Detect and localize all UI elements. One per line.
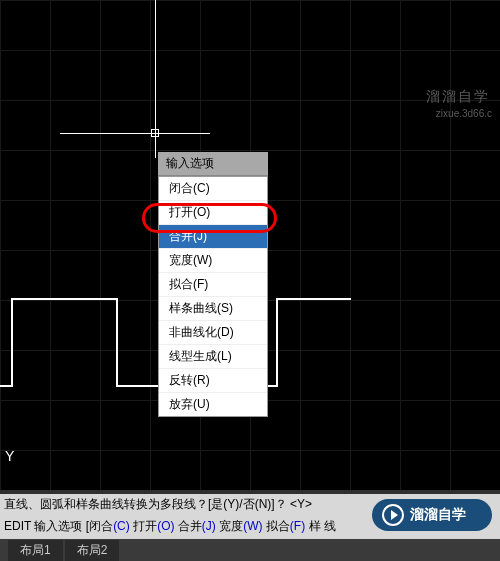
cad-canvas[interactable]: Y 溜溜自学 zixue.3d66.c 输入选项 闭合(C) 打开(O) 合并(… <box>0 0 500 490</box>
crosshair-pickbox <box>151 129 159 137</box>
menu-item-decurve[interactable]: 非曲线化(D) <box>159 321 267 345</box>
menu-item-fit[interactable]: 拟合(F) <box>159 273 267 297</box>
cmd-suffix: 线 <box>321 519 336 533</box>
menu-item-close[interactable]: 闭合(C) <box>159 177 267 201</box>
menu-item-join[interactable]: 合并(J) <box>159 225 267 249</box>
axis-y-label: Y <box>5 448 14 464</box>
watermark-url: zixue.3d66.c <box>436 108 492 119</box>
layout-tabs: 布局1 布局2 <box>0 539 500 561</box>
menu-item-undo[interactable]: 放弃(U) <box>159 393 267 416</box>
menu-items-container: 闭合(C) 打开(O) 合并(J) 宽度(W) 拟合(F) 样条曲线(S) 非曲… <box>158 176 268 417</box>
menu-item-spline[interactable]: 样条曲线(S) <box>159 297 267 321</box>
watermark-text: 溜溜自学 <box>426 88 490 106</box>
play-badge-text: 溜溜自学 <box>410 506 466 524</box>
cmd-prefix: EDIT 输入选项 [ <box>4 519 89 533</box>
tab-layout-1[interactable]: 布局1 <box>8 540 63 561</box>
menu-item-width[interactable]: 宽度(W) <box>159 249 267 273</box>
menu-header: 输入选项 <box>158 152 268 176</box>
play-badge[interactable]: 溜溜自学 <box>372 499 492 531</box>
menu-item-open[interactable]: 打开(O) <box>159 201 267 225</box>
play-icon <box>382 504 404 526</box>
context-menu: 输入选项 闭合(C) 打开(O) 合并(J) 宽度(W) 拟合(F) 样条曲线(… <box>158 152 268 417</box>
tab-layout-2[interactable]: 布局2 <box>65 540 120 561</box>
menu-item-ltype[interactable]: 线型生成(L) <box>159 345 267 369</box>
crosshair-horizontal <box>60 133 210 134</box>
menu-item-reverse[interactable]: 反转(R) <box>159 369 267 393</box>
